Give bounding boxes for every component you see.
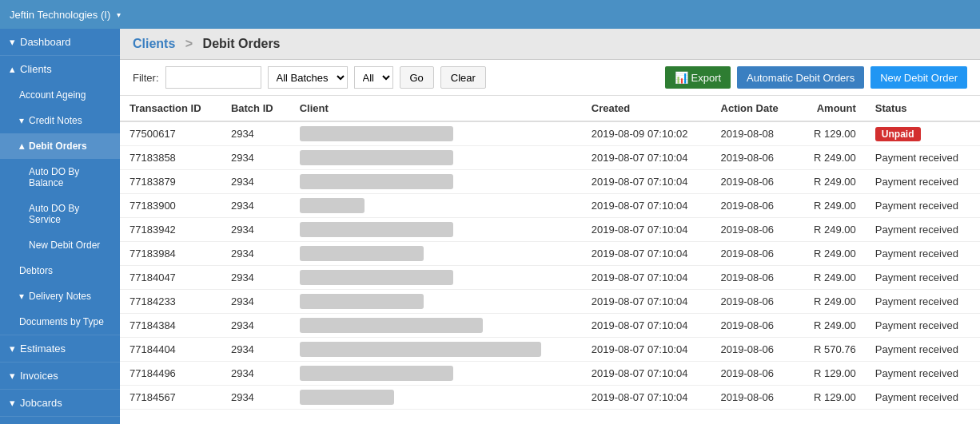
sidebar-item-label: Credit Notes bbox=[29, 115, 82, 126]
transaction-id: 77184047 bbox=[120, 266, 221, 290]
sidebar-item-credit-notes[interactable]: ▾ Credit Notes bbox=[0, 108, 120, 133]
clear-button[interactable]: Clear bbox=[440, 66, 486, 89]
go-button[interactable]: Go bbox=[400, 66, 434, 89]
breadcrumb-parent[interactable]: Clients bbox=[133, 37, 175, 50]
amount: R 129.00 bbox=[797, 386, 866, 410]
action-date: 2019-08-06 bbox=[711, 290, 798, 314]
col-amount: Amount bbox=[797, 96, 866, 121]
action-date: 2019-08-06 bbox=[711, 146, 798, 170]
table-row[interactable]: 77184233 2934 ████████████████ 2019-08-0… bbox=[120, 290, 980, 314]
batch-select[interactable]: All Batches bbox=[268, 66, 348, 89]
table-body: 77500617 2934 ████████████████████ 2019-… bbox=[120, 121, 980, 410]
table-row[interactable]: 77183858 2934 ████████████████████ 2019-… bbox=[120, 146, 980, 170]
table-row[interactable]: 77184047 2934 ████████████████████ 2019-… bbox=[120, 266, 980, 290]
action-date: 2019-08-08 bbox=[711, 121, 798, 146]
sidebar-item-new-debit-order[interactable]: New Debit Order bbox=[0, 232, 120, 258]
created-date: 2019-08-07 07:10:04 bbox=[582, 386, 711, 410]
sidebar-item-estimates[interactable]: ▾ Estimates bbox=[0, 335, 120, 362]
export-label: Export bbox=[691, 72, 722, 84]
sidebar-item-clients[interactable]: ▴ Clients bbox=[0, 56, 120, 82]
batch-id: 2934 bbox=[221, 146, 290, 170]
created-date: 2019-08-07 07:10:04 bbox=[582, 194, 711, 218]
new-debit-order-button[interactable]: New Debit Order bbox=[870, 66, 967, 89]
sidebar-item-jobcards[interactable]: ▾ Jobcards bbox=[0, 390, 120, 416]
batch-id: 2934 bbox=[221, 266, 290, 290]
table-row[interactable]: 77500617 2934 ████████████████████ 2019-… bbox=[120, 121, 980, 146]
sidebar-item-payments[interactable]: ▾ Payments bbox=[0, 417, 120, 424]
action-date: 2019-08-06 bbox=[711, 362, 798, 386]
batch-id: 2934 bbox=[221, 362, 290, 386]
credit-notes-arrow: ▾ bbox=[19, 115, 24, 126]
batch-id: 2934 bbox=[221, 242, 290, 266]
sidebar-item-invoices[interactable]: ▾ Invoices bbox=[0, 363, 120, 389]
sidebar-section-estimates: ▾ Estimates bbox=[0, 335, 120, 362]
export-icon: 📊 bbox=[675, 71, 688, 84]
client-name: ████████████████████ bbox=[290, 146, 582, 170]
sidebar-item-auto-do-service[interactable]: Auto DO By Service bbox=[0, 196, 120, 232]
company-dropdown-icon[interactable]: ▾ bbox=[117, 10, 121, 19]
main-content: Clients > Debit Orders Filter: All Batch… bbox=[120, 29, 980, 424]
created-date: 2019-08-07 07:10:04 bbox=[582, 218, 711, 242]
breadcrumb-separator: > bbox=[185, 37, 193, 50]
sidebar-item-debtors[interactable]: Debtors bbox=[0, 258, 120, 283]
batch-id: 2934 bbox=[221, 194, 290, 218]
created-date: 2019-08-07 07:10:04 bbox=[582, 170, 711, 194]
transaction-id: 77184404 bbox=[120, 338, 221, 362]
table-row[interactable]: 77183900 2934 ████████ 2019-08-07 07:10:… bbox=[120, 194, 980, 218]
status-cell: Payment received bbox=[866, 362, 980, 386]
client-name: ████████████ bbox=[290, 386, 582, 410]
transaction-id: 77183858 bbox=[120, 146, 221, 170]
amount: R 249.00 bbox=[797, 194, 866, 218]
col-action-date: Action Date bbox=[711, 96, 798, 121]
created-date: 2019-08-07 07:10:04 bbox=[582, 338, 711, 362]
client-name: ████████████████████ bbox=[290, 121, 582, 146]
filter-input[interactable] bbox=[165, 66, 261, 89]
batch-id: 2934 bbox=[221, 290, 290, 314]
client-name: ████████████████████ bbox=[290, 362, 582, 386]
created-date: 2019-08-07 07:10:04 bbox=[582, 146, 711, 170]
transaction-id: 77183942 bbox=[120, 218, 221, 242]
transaction-id: 77183900 bbox=[120, 194, 221, 218]
action-date: 2019-08-06 bbox=[711, 338, 798, 362]
table-row[interactable]: 77184384 2934 ████████████████████████ 2… bbox=[120, 314, 980, 338]
table-row[interactable]: 77183984 2934 ████████████████ 2019-08-0… bbox=[120, 242, 980, 266]
breadcrumb: Clients > Debit Orders bbox=[120, 29, 980, 60]
created-date: 2019-08-07 07:10:04 bbox=[582, 314, 711, 338]
created-date: 2019-08-07 07:10:04 bbox=[582, 242, 711, 266]
company-name: Jeftin Technologies (I) bbox=[10, 9, 110, 21]
col-status: Status bbox=[866, 96, 980, 121]
automatic-debit-orders-button[interactable]: Automatic Debit Orders bbox=[737, 66, 864, 89]
table-row[interactable]: 77184496 2934 ████████████████████ 2019-… bbox=[120, 362, 980, 386]
toolbar: Filter: All Batches All Go Clear 📊 Expor… bbox=[120, 60, 980, 96]
sidebar-item-auto-do-balance[interactable]: Auto DO By Balance bbox=[0, 159, 120, 196]
status-cell: Payment received bbox=[866, 242, 980, 266]
status-select[interactable]: All bbox=[354, 66, 393, 89]
sidebar-item-label: Auto DO By Balance bbox=[29, 166, 110, 188]
filter-label: Filter: bbox=[133, 72, 159, 84]
delivery-notes-arrow: ▾ bbox=[19, 291, 24, 302]
sidebar-item-documents-by-type[interactable]: Documents by Type bbox=[0, 309, 120, 335]
sidebar-item-account-ageing[interactable]: Account Ageing bbox=[0, 82, 120, 108]
created-date: 2019-08-09 07:10:02 bbox=[582, 121, 711, 146]
sidebar-item-debit-orders[interactable]: ▴ Debit Orders bbox=[0, 133, 120, 159]
export-button[interactable]: 📊 Export bbox=[665, 66, 731, 89]
table-row[interactable]: 77183879 2934 ████████████████████ 2019-… bbox=[120, 170, 980, 194]
table-row[interactable]: 77184404 2934 ██████████████████████████… bbox=[120, 338, 980, 362]
clients-arrow: ▴ bbox=[10, 63, 15, 75]
table-container: Transaction ID Batch ID Client Created A… bbox=[120, 96, 980, 424]
sidebar-item-delivery-notes[interactable]: ▾ Delivery Notes bbox=[0, 283, 120, 309]
sidebar-item-label: Auto DO By Service bbox=[29, 203, 110, 225]
col-transaction-id: Transaction ID bbox=[120, 96, 221, 121]
action-date: 2019-08-06 bbox=[711, 194, 798, 218]
sidebar-item-dashboard[interactable]: ▾ Dashboard bbox=[0, 29, 120, 55]
transaction-id: 77500617 bbox=[120, 121, 221, 146]
amount: R 570.76 bbox=[797, 338, 866, 362]
sidebar-item-label: Account Ageing bbox=[19, 89, 86, 101]
amount: R 249.00 bbox=[797, 146, 866, 170]
sidebar: ▾ Dashboard ▴ Clients Account Ageing ▾ C… bbox=[0, 29, 120, 424]
table-row[interactable]: 77184567 2934 ████████████ 2019-08-07 07… bbox=[120, 386, 980, 410]
debit-orders-arrow: ▴ bbox=[19, 141, 24, 152]
client-name: ████████████████████ bbox=[290, 218, 582, 242]
table-row[interactable]: 77183942 2934 ████████████████████ 2019-… bbox=[120, 218, 980, 242]
action-date: 2019-08-06 bbox=[711, 218, 798, 242]
